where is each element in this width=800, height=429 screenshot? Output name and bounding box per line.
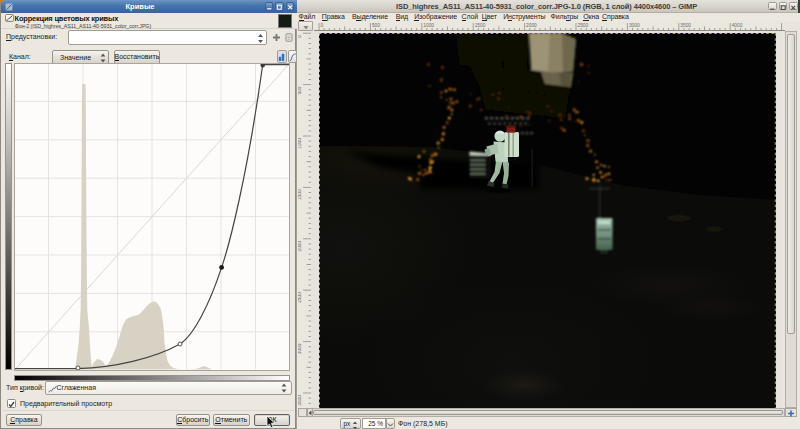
svg-text:3500: 3500	[298, 395, 302, 406]
svg-text:1000: 1000	[298, 138, 302, 149]
svg-text:1500: 1500	[298, 189, 302, 200]
svg-text:4000: 4000	[731, 23, 742, 28]
svg-text:0: 0	[298, 35, 302, 38]
svg-text:2500: 2500	[298, 292, 302, 303]
svg-text:500: 500	[298, 86, 302, 94]
svg-text:3500: 3500	[680, 23, 691, 28]
svg-text:2000: 2000	[526, 23, 537, 28]
svg-text:500: 500	[371, 23, 379, 28]
svg-text:3000: 3000	[628, 23, 639, 28]
svg-text:1000: 1000	[423, 23, 434, 28]
svg-text:2500: 2500	[577, 23, 588, 28]
svg-text:1500: 1500	[474, 23, 485, 28]
svg-text:3000: 3000	[298, 343, 302, 354]
svg-text:2000: 2000	[298, 240, 302, 251]
svg-text:0: 0	[320, 23, 323, 28]
